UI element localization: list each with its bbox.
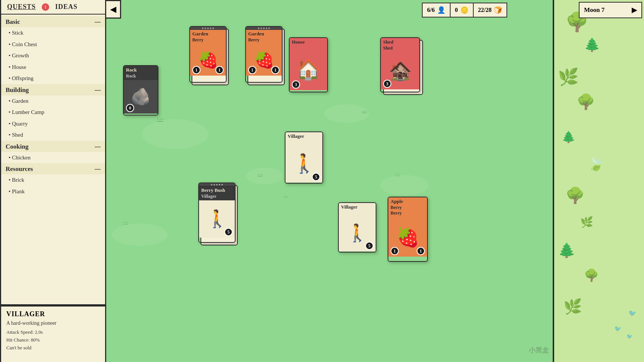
berry-bush-header: Berry Bush Villager — [199, 186, 235, 200]
workers-icon: 👤 — [437, 6, 445, 14]
food-icon: 🍞 — [494, 6, 502, 14]
rock-badge: 0 — [126, 104, 134, 112]
collapse-building-icon: — — [95, 87, 101, 93]
moon-next-icon[interactable]: ▶ — [632, 6, 637, 14]
garden-berry-2-title: Garden — [248, 31, 280, 37]
quest-chicken[interactable]: • Chicken — [1, 152, 105, 163]
berry-bush-title: Berry Bush — [201, 187, 233, 194]
apple-berry-badge-right: 1 — [417, 247, 425, 255]
category-basic[interactable]: Basic — — [1, 16, 105, 27]
garden-berry-1-body: 🍓 1 1 — [190, 44, 226, 76]
shed-card[interactable]: Shed Shed 🏚️ 3 — [380, 37, 420, 92]
apple-berry-card[interactable]: Apple Berry Berry 🍓 1 1 — [388, 197, 428, 262]
berry-bush-icon: 🚶 — [206, 210, 228, 228]
apple-berry-header: Apple Berry Berry — [388, 197, 427, 217]
collapse-basic-icon: — — [95, 19, 101, 25]
villager-1-icon: 🚶 — [293, 154, 316, 173]
quests-tab[interactable]: QUESTS — [5, 2, 38, 12]
villager-2-card[interactable]: Villager 🚶 5 — [338, 202, 376, 253]
collapse-arrow-icon: ◀ — [110, 5, 116, 14]
house-badge: 3 — [292, 80, 300, 89]
garden-berry-2-subtitle: Berry — [248, 37, 280, 43]
category-cooking[interactable]: Cooking — — [1, 141, 105, 152]
sidebar-content: Basic — • Stick • Coin Chest • Growth • … — [1, 15, 105, 304]
garden-berry-2-badge-right: 1 — [271, 66, 280, 74]
shed-icon: 🏚️ — [389, 61, 412, 80]
villager-2-badge: 5 — [365, 242, 373, 250]
villager-1-badge: 5 — [312, 173, 320, 181]
shed-subtitle: Shed — [383, 45, 417, 51]
quest-stick[interactable]: • Stick — [1, 27, 105, 39]
villager-1-body: 🚶 5 — [285, 144, 322, 182]
berry-bush-subtitle: Villager — [201, 194, 233, 200]
coins-icon: 🪙 — [460, 6, 468, 14]
rock-icon: 🪨 — [130, 89, 151, 105]
ideas-tab[interactable]: IDEAS — [53, 2, 80, 12]
quest-house[interactable]: • House — [1, 61, 105, 73]
garden-berry-1-badge-left: 1 — [192, 66, 201, 74]
quest-offspring[interactable]: • Offspring — [1, 73, 105, 84]
food-resource: 22/28 🍞 — [474, 3, 507, 18]
garden-berry-1-subtitle: Berry — [192, 37, 224, 43]
info-stats: Attack Speed: 2.0s Hit Chance: 80% Can't… — [6, 328, 100, 352]
house-card[interactable]: House 🏠 3 — [289, 37, 328, 92]
garden-berry-2-header: Garden Berry — [246, 30, 282, 44]
berry-bush-badge: 5 — [224, 228, 233, 236]
villager-2-header: Villager — [339, 203, 376, 215]
villager-2-title: Villager — [341, 204, 373, 210]
apple-berry-body: 🍓 1 1 — [388, 217, 427, 257]
villager-1-card[interactable]: Villager 🚶 5 — [285, 131, 323, 184]
quest-lumber-camp[interactable]: • Lumber Camp — [1, 107, 105, 118]
sidebar-header: QUESTS ! IDEAS — [1, 0, 105, 15]
villager-2-icon: 🚶 — [347, 225, 368, 242]
quest-brick[interactable]: • Brick — [1, 174, 105, 186]
garden-berry-1-title: Garden — [192, 31, 224, 37]
garden-berry-1-header: Garden Berry — [190, 30, 226, 44]
info-description: A hard-working pioneer — [6, 320, 100, 326]
stat-attack-speed: Attack Speed: 2.0s — [6, 328, 100, 336]
rock-card-header: Rock Rock — [124, 66, 158, 80]
garden-berry-2-badge-left: 1 — [248, 66, 256, 74]
category-basic-label: Basic — [6, 18, 20, 26]
stat-hit-chance: Hit Chance: 80% — [6, 336, 100, 344]
garden-berry-1-card[interactable]: Garden Berry 🍓 1 1 — [189, 26, 227, 83]
rock-subtitle: Rock — [126, 73, 155, 79]
garden-berry-2-body: 🍓 1 1 — [246, 44, 282, 76]
garden-berry-1-badge-right: 1 — [215, 66, 224, 74]
category-cooking-label: Cooking — [6, 143, 28, 150]
villager-1-header: Villager — [285, 132, 322, 144]
rock-card[interactable]: Rock Rock 🪨 0 — [123, 65, 158, 115]
garden-berry-2-card[interactable]: Garden Berry 🍓 1 1 — [245, 26, 282, 83]
garden-berry-2-icon: 🍓 — [254, 52, 274, 68]
coins-value: 0 — [455, 7, 458, 13]
apple-title: Apple — [391, 199, 425, 205]
quest-growth[interactable]: • Growth — [1, 50, 105, 61]
watermark: 小黑盒 — [529, 346, 549, 355]
quest-coin-chest[interactable]: • Coin Chest — [1, 39, 105, 50]
garden-berry-2-drag — [246, 27, 282, 30]
quest-notification: ! — [42, 3, 49, 11]
house-card-body: 🏠 3 — [290, 50, 327, 90]
berry-bush-body: 🚶 5 — [199, 200, 235, 238]
berry-bush-card[interactable]: Berry Bush Villager 🚶 5 — [198, 182, 236, 243]
berry-bush-drag — [199, 183, 235, 186]
house-icon: 🏠 — [296, 60, 321, 80]
moon-bar[interactable]: Moon 7 ▶ — [579, 2, 642, 18]
rock-card-body: 🪨 0 — [124, 80, 158, 114]
garden-berry-1-icon: 🍓 — [198, 52, 218, 68]
sidebar-collapse-button[interactable]: ◀ — [106, 0, 121, 19]
category-resources[interactable]: Resources — — [1, 163, 105, 174]
house-title: House — [292, 39, 325, 45]
villager-2-body: 🚶 5 — [339, 215, 376, 251]
quest-plank[interactable]: • Plank — [1, 186, 105, 197]
quest-shed[interactable]: • Shed — [1, 129, 105, 141]
shed-badge: 3 — [383, 80, 391, 88]
category-building[interactable]: Building — — [1, 84, 105, 95]
category-building-label: Building — [6, 86, 29, 94]
quest-garden[interactable]: • Garden — [1, 95, 105, 107]
rock-title: Rock — [126, 67, 155, 73]
resources-bar: 6/6 👤 0 🪙 22/28 🍞 — [350, 2, 579, 18]
quest-quarry[interactable]: • Quarry — [1, 118, 105, 130]
right-border-area: 🌳 🌲 🌿 🌳 🌲 🍃 🌳 🌿 🌲 🌳 🌿 🐦 🐦 🐦 — [553, 0, 644, 362]
shed-title: Shed — [383, 39, 417, 45]
